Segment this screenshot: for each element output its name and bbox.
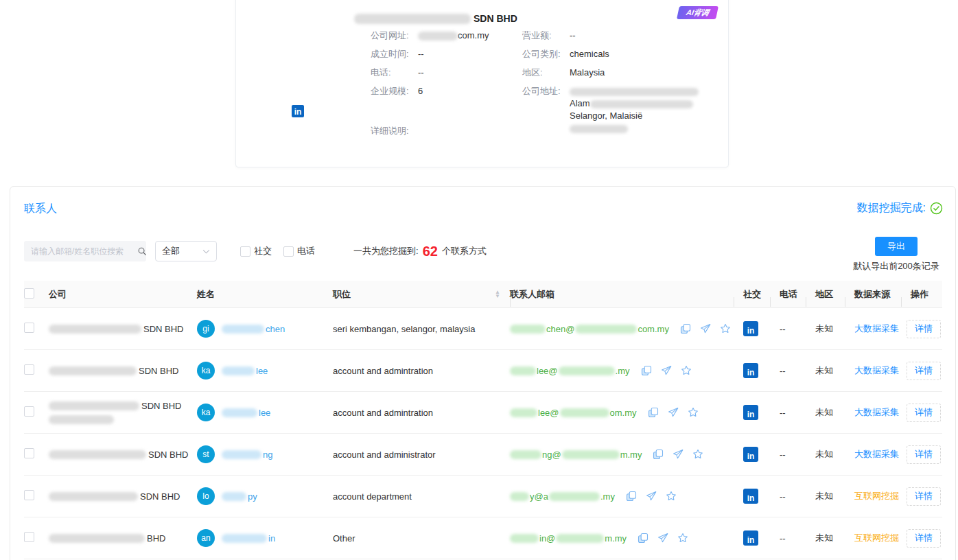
email-actions <box>626 491 677 502</box>
position-cell: seri kembangan, selangor, malaysia <box>333 324 510 334</box>
row-select-cell <box>24 364 49 377</box>
blurred-text <box>222 408 257 417</box>
detail-button[interactable]: 详情 <box>907 487 941 506</box>
social-checkbox[interactable] <box>240 246 250 257</box>
blurred-text <box>559 366 615 375</box>
send-email-icon[interactable] <box>673 449 684 460</box>
blurred-text <box>510 366 536 375</box>
blurred-text <box>560 408 609 417</box>
detail-button[interactable]: 详情 <box>907 404 941 422</box>
linkedin-icon[interactable]: in <box>743 530 758 546</box>
send-email-icon[interactable] <box>668 407 679 418</box>
ai-background-check-badge[interactable]: AI背调 <box>677 6 718 19</box>
company-linkedin-link[interactable]: in <box>292 105 304 117</box>
contact-search-box[interactable] <box>24 241 146 261</box>
star-icon[interactable] <box>688 407 699 418</box>
star-icon[interactable] <box>692 449 703 460</box>
detail-button[interactable]: 详情 <box>907 362 941 380</box>
copy-icon[interactable] <box>648 407 659 418</box>
email-cell: lee@.my <box>510 365 734 376</box>
contact-filter-select[interactable]: 全部 <box>155 241 217 261</box>
detail-button[interactable]: 详情 <box>907 529 941 548</box>
company-info-card: AI背调 SDN BHD 公司网址:com.my成立时间:--电话:--企业规模… <box>235 0 729 167</box>
contact-name-visible: chen <box>266 324 285 334</box>
copy-icon[interactable] <box>638 533 649 544</box>
search-icon[interactable] <box>137 246 147 256</box>
blurred-text <box>418 32 458 40</box>
linkedin-icon[interactable]: in <box>743 489 758 504</box>
star-icon[interactable] <box>681 365 692 376</box>
row-select-cell <box>24 323 49 335</box>
contact-name-link[interactable]: chen <box>222 324 285 334</box>
export-button[interactable]: 导出 <box>875 237 918 256</box>
contact-search-input[interactable] <box>31 246 137 256</box>
sort-icon[interactable]: ▲▼ <box>495 290 500 299</box>
check-circle-icon <box>930 202 943 215</box>
star-icon[interactable] <box>677 533 688 544</box>
copy-icon[interactable] <box>680 323 691 334</box>
linkedin-icon[interactable]: in <box>743 405 758 420</box>
detail-button[interactable]: 详情 <box>907 445 941 464</box>
blurred-text <box>222 492 246 501</box>
contact-name-link[interactable]: in <box>222 533 275 544</box>
blurred-text <box>49 325 141 334</box>
linkedin-icon[interactable]: in <box>743 321 758 336</box>
blurred-text <box>575 325 637 334</box>
send-email-icon[interactable] <box>661 365 672 376</box>
contact-name-link[interactable]: lee <box>222 408 270 418</box>
row-checkbox[interactable] <box>24 406 34 417</box>
field-value: AlamSelangor, Malaisië <box>570 85 699 135</box>
copy-icon[interactable] <box>653 449 664 460</box>
row-checkbox[interactable] <box>24 532 34 542</box>
linkedin-icon[interactable]: in <box>743 447 758 462</box>
row-checkbox[interactable] <box>24 323 34 333</box>
select-all-checkbox[interactable] <box>24 288 34 299</box>
copy-icon[interactable] <box>626 491 637 502</box>
mining-status-label: 数据挖掘完成: <box>857 201 926 215</box>
linkedin-icon[interactable]: in <box>743 363 758 378</box>
avatar: st <box>197 445 215 463</box>
action-cell: 详情 <box>901 404 942 422</box>
row-checkbox[interactable] <box>24 490 34 500</box>
field-label: 企业规模: <box>371 85 418 97</box>
contact-name-link[interactable]: ng <box>222 450 272 460</box>
send-email-icon[interactable] <box>657 533 668 544</box>
address-line <box>570 122 699 134</box>
contacts-table: 公司 姓名 职位 ▲▼ 联系人邮箱 社交 电话 地区 数据来源 操作 SDN B… <box>24 281 942 559</box>
source-cell: 互联网挖掘 <box>845 532 901 544</box>
avatar: lo <box>197 487 215 505</box>
table-row: SDN BHDkaleeaccount and admintrationlee@… <box>24 392 942 434</box>
phone-filter[interactable]: 电话 <box>283 245 315 257</box>
copy-icon[interactable] <box>641 365 652 376</box>
row-checkbox[interactable] <box>24 448 34 458</box>
company-cell: SDN BHD <box>49 491 197 502</box>
phone-checkbox[interactable] <box>283 246 294 257</box>
star-icon[interactable] <box>666 491 677 502</box>
company-field: 公司地址:AlamSelangor, Malaisië <box>522 85 725 135</box>
field-value: 6 <box>418 85 423 97</box>
table-row: SDN BHDstngaccount and administratorng@m… <box>24 434 942 476</box>
address-line: Selangor, Malaisië <box>570 110 699 121</box>
detail-button[interactable]: 详情 <box>907 320 941 338</box>
send-email-icon[interactable] <box>646 491 657 502</box>
field-label: 公司类别: <box>522 48 570 60</box>
email-actions <box>638 533 688 544</box>
contact-cell: gichen <box>197 320 333 338</box>
company-name-visible: SDN BHD <box>148 450 189 460</box>
blurred-text <box>570 88 699 96</box>
star-icon[interactable] <box>720 323 731 334</box>
social-cell: in <box>734 530 770 546</box>
contact-name-link[interactable]: lee <box>222 366 268 376</box>
action-cell: 详情 <box>901 487 942 506</box>
row-checkbox[interactable] <box>24 364 34 375</box>
phone-cell: -- <box>770 408 806 418</box>
blurred-text <box>510 492 529 501</box>
send-email-icon[interactable] <box>700 323 711 334</box>
field-label: 营业额: <box>522 30 570 41</box>
social-filter[interactable]: 社交 <box>240 245 272 257</box>
contact-cell: anin <box>197 529 333 547</box>
contact-name-link[interactable]: py <box>222 491 257 502</box>
field-value: -- <box>418 48 424 60</box>
contact-cell: stng <box>197 445 333 463</box>
channel-filters: 社交 电话 <box>240 245 315 257</box>
